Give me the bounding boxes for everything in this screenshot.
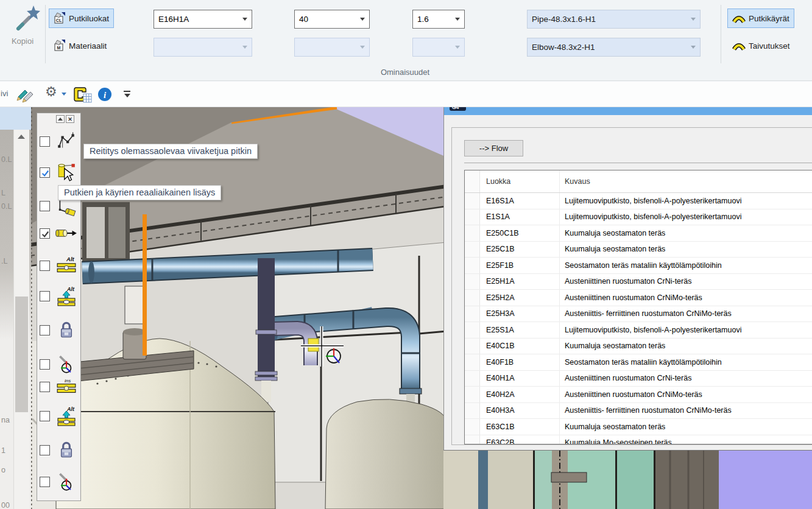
palette-item-realtime-pipe-add[interactable] [37, 162, 82, 184]
cell-luokka[interactable]: E25F1B [480, 258, 560, 273]
row-selector[interactable] [465, 322, 480, 338]
cell-luokka[interactable]: E40H2A [480, 387, 560, 402]
palette-item-alt-pipe[interactable]: Alt [37, 255, 82, 277]
bends-button[interactable]: Taivutukset [727, 36, 795, 55]
table-row[interactable]: E25H2AAusteniittinen ruostumaton CrNiMo-… [465, 290, 812, 306]
toolbar-options-icon[interactable] [123, 91, 131, 97]
checkbox-route-existing-polyline[interactable] [40, 136, 50, 147]
pipe-class-table[interactable]: Luokka Kuvaus E16S1ALujitemuoviputkisto,… [464, 170, 812, 444]
table-row[interactable]: E16S1ALujitemuoviputkisto, bisfenoli-A-p… [465, 193, 812, 209]
checkbox-pipe-direction[interactable] [40, 228, 50, 239]
cell-luokka[interactable]: E40C1B [480, 339, 560, 354]
measure-pencils-icon[interactable] [16, 86, 35, 107]
checkbox-alt-pipe-up-2[interactable] [40, 411, 50, 421]
cell-kuvaus[interactable]: Lujitemuoviputkisto, bisfenoli-A-polyest… [560, 326, 812, 334]
cell-luokka[interactable]: E25S1A [480, 322, 560, 338]
column-kuvaus[interactable]: Kuvaus [560, 177, 812, 186]
cell-luokka[interactable]: E250C1B [480, 225, 560, 241]
row-selector[interactable] [465, 419, 480, 435]
row-selector[interactable] [465, 306, 480, 322]
checkbox-realtime-pipe-add[interactable] [40, 167, 50, 178]
pipe-bends-button[interactable]: Putkikäyrät [727, 9, 794, 28]
tree-item-label[interactable]: na [1, 416, 10, 424]
cell-kuvaus[interactable]: Lujitemuoviputkisto, bisfenoli-A-polyest… [560, 197, 812, 205]
table-row[interactable]: E25S1ALujitemuoviputkisto, bisfenoli-A-p… [465, 322, 812, 339]
tree-item-label[interactable]: .L [1, 257, 7, 265]
cell-kuvaus[interactable]: Lujitemuoviputkisto, bisfenoli-A-polyest… [560, 212, 812, 221]
checkbox-alt-pipe-up[interactable] [40, 291, 50, 301]
palette-collapse-button[interactable] [56, 115, 65, 123]
chevron-down-icon[interactable] [455, 18, 460, 21]
lock-icon[interactable] [55, 320, 80, 342]
cell-kuvaus[interactable]: Austeniittis- ferriittinen ruostumaton C… [560, 406, 812, 415]
cell-luokka[interactable]: E1S1A [480, 209, 560, 225]
checkbox-elbow-line-route[interactable] [40, 201, 50, 211]
table-row[interactable]: E63C2BKuumaluja Mo-seosteinen teräs [465, 435, 812, 445]
table-row[interactable]: E40H3AAusteniittis- ferriittinen ruostum… [465, 403, 812, 419]
row-selector[interactable] [465, 242, 480, 258]
table-header[interactable]: Luokka Kuvaus [465, 170, 812, 193]
tree-item-label[interactable]: 00 [1, 501, 10, 509]
checkbox-compass[interactable] [40, 359, 50, 370]
polyline-icon[interactable] [55, 131, 80, 153]
table-row[interactable]: E40C1BKuumaluja seostamaton teräs [465, 339, 812, 355]
row-selector[interactable] [465, 258, 480, 273]
row-selector[interactable] [465, 209, 480, 225]
cell-kuvaus[interactable]: Austeniittis- ferriittinen ruostumaton C… [560, 309, 812, 318]
cell-luokka[interactable]: E25H2A [480, 290, 560, 306]
scroll-up-icon[interactable] [18, 135, 25, 139]
compass-icon[interactable] [55, 354, 80, 376]
cell-kuvaus[interactable]: Kuumaluja seostamaton teräs [560, 229, 812, 237]
table-row[interactable]: E25F1BSeostamaton teräs mataliin käyttöl… [465, 258, 812, 274]
palette-close-button[interactable]: ✕ [66, 115, 74, 123]
flow-button[interactable]: --> Flow [464, 140, 523, 156]
table-row[interactable]: E40F1BSeostamaton teräs mataliin käyttöl… [465, 354, 812, 371]
tree-item-label[interactable]: o [1, 466, 5, 474]
palette-item-compass[interactable] [37, 354, 82, 376]
row-selector[interactable] [465, 225, 480, 241]
materials-button[interactable]: M Materiaalit [49, 36, 111, 55]
row-selector[interactable] [465, 371, 480, 387]
gear-dropdown-icon[interactable] [62, 93, 66, 96]
palette-item-ins-pipe[interactable]: ins [37, 376, 82, 398]
copy-wand-icon[interactable] [13, 3, 41, 32]
chevron-down-icon[interactable] [360, 18, 365, 21]
cell-luokka[interactable]: E63C2B [480, 435, 560, 445]
row-selector[interactable] [465, 290, 480, 306]
chevron-down-icon[interactable] [242, 18, 247, 21]
row-selector[interactable] [465, 274, 480, 290]
table-row[interactable]: E250C1BKuumaluja seostamaton teräs [465, 225, 812, 242]
thickness-combo[interactable]: 1.6 [412, 10, 465, 29]
scrollbar-thumb[interactable] [15, 297, 28, 412]
palette-item-alt-pipe-up-2[interactable]: Alt [37, 405, 82, 427]
row-selector[interactable] [465, 435, 480, 445]
checkbox-lock[interactable] [40, 325, 50, 335]
cell-luokka[interactable]: E40H3A [480, 403, 560, 419]
palette-item-compass-2[interactable] [37, 471, 82, 493]
cylinder-arrow-icon[interactable] [55, 223, 80, 245]
cell-luokka[interactable]: E40H1A [480, 371, 560, 387]
row-selector[interactable] [465, 354, 480, 370]
cell-luokka[interactable]: E25C1B [480, 242, 560, 258]
alt-pipe-up-icon[interactable]: Alt [55, 405, 80, 427]
tree-item-label[interactable]: 1 [1, 446, 5, 455]
cell-luokka[interactable]: E63C1B [480, 419, 560, 435]
table-row[interactable]: E25C1BKuumaluja seostamaton teräs [465, 242, 812, 258]
row-selector[interactable] [465, 339, 480, 354]
cell-kuvaus[interactable]: Austeniittinen ruostumaton CrNiMo-teräs [560, 390, 812, 399]
elbow-part-combo[interactable]: Elbow-48.3x2-H1 [527, 38, 701, 57]
compass-icon[interactable] [55, 471, 80, 493]
cell-luokka[interactable]: E25H3A [480, 306, 560, 322]
size-combo[interactable]: 40 [294, 10, 370, 29]
tree-item-label[interactable]: 0.L [1, 155, 12, 164]
pipe-class-combo[interactable]: E16H1A [154, 10, 252, 29]
row-selector[interactable] [465, 387, 480, 402]
cell-kuvaus[interactable]: Austeniittinen ruostumaton CrNi-teräs [560, 374, 812, 382]
lock-icon[interactable] [55, 440, 80, 462]
palette-item-lock-2[interactable] [37, 440, 82, 462]
info-icon[interactable]: i [97, 87, 112, 104]
checkbox-ins-pipe[interactable] [40, 382, 50, 392]
palette-item-lock[interactable] [37, 320, 82, 342]
pipe-part-combo[interactable]: Pipe-48.3x1.6-H1 [527, 10, 701, 29]
cell-kuvaus[interactable]: Kuumaluja seostamaton teräs [560, 245, 812, 253]
